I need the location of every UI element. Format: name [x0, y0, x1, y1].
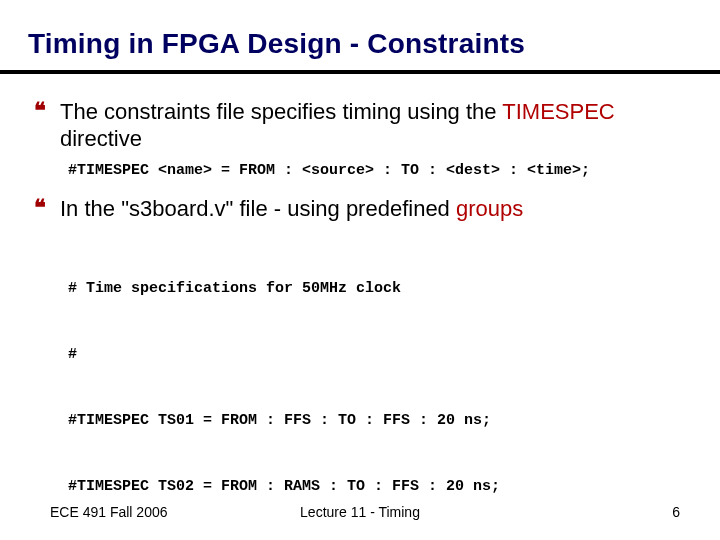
- code-line: #TIMESPEC TS01 = FROM : FFS : TO : FFS :…: [68, 410, 692, 432]
- footer-center: Lecture 11 - Timing: [0, 504, 720, 520]
- bullet-text-before: In the "s3board.v" file - using predefin…: [60, 196, 456, 221]
- bullet-keyword: TIMESPEC: [502, 99, 614, 124]
- code-line: #TIMESPEC TS02 = FROM : RAMS : TO : FFS …: [68, 476, 692, 498]
- bullet-text: In the "s3board.v" file - using predefin…: [60, 195, 523, 222]
- slide-title: Timing in FPGA Design - Constraints: [28, 28, 692, 60]
- title-rule: [0, 70, 720, 74]
- code-line: # Time specifications for 50MHz clock: [68, 278, 692, 300]
- bullet-item: ❝ The constraints file specifies timing …: [34, 98, 692, 152]
- syntax-line: #TIMESPEC <name> = FROM : <source> : TO …: [68, 162, 692, 179]
- bullet-text-after: directive: [60, 126, 142, 151]
- bullet-icon: ❝: [34, 195, 60, 221]
- code-line: #: [68, 344, 692, 366]
- bullet-icon: ❝: [34, 98, 60, 124]
- footer: ECE 491 Fall 2006 Lecture 11 - Timing 6: [0, 504, 720, 520]
- code-block: # Time specifications for 50MHz clock # …: [68, 234, 692, 540]
- bullet-text-before: The constraints file specifies timing us…: [60, 99, 502, 124]
- bullet-item: ❝ In the "s3board.v" file - using predef…: [34, 195, 692, 222]
- content-block: ❝ The constraints file specifies timing …: [34, 98, 692, 540]
- bullet-text: The constraints file specifies timing us…: [60, 98, 692, 152]
- slide: Timing in FPGA Design - Constraints ❝ Th…: [0, 0, 720, 540]
- bullet-keyword: groups: [456, 196, 523, 221]
